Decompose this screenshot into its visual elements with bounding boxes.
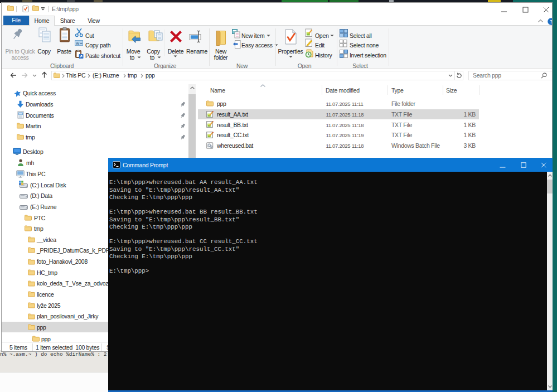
svg-text:w: w bbox=[75, 41, 79, 46]
svg-text:?: ? bbox=[550, 19, 553, 25]
